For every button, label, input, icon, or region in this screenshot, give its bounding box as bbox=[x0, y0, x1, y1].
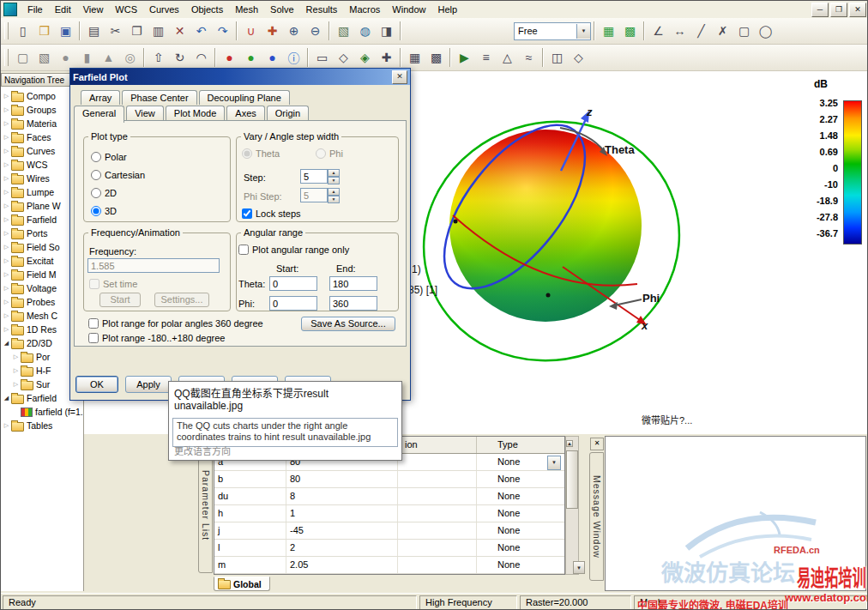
erase-tool-icon[interactable]: ✗ bbox=[712, 21, 733, 42]
menu-file[interactable]: File bbox=[21, 3, 49, 16]
tooltip-language-link[interactable]: 更改语言方向 bbox=[174, 444, 231, 457]
extrude-icon[interactable]: ⇧ bbox=[148, 47, 169, 69]
restore-button[interactable]: ❐ bbox=[830, 3, 847, 17]
ok-button[interactable]: OK bbox=[75, 376, 118, 393]
polar-360-checkbox[interactable]: Plot range for polar angles 360 degree bbox=[88, 318, 263, 329]
expand-arrow-icon[interactable]: ▷ bbox=[3, 312, 10, 319]
parameter-type[interactable]: None bbox=[477, 471, 563, 487]
cut-icon[interactable]: ✂ bbox=[105, 21, 126, 42]
cylinder-shape-icon[interactable]: ▮ bbox=[76, 47, 98, 69]
parameter-sweep-icon[interactable]: ≡ bbox=[475, 47, 497, 69]
new-file-icon[interactable]: ▯ bbox=[12, 21, 33, 42]
parameter-row[interactable]: b80None bbox=[214, 471, 564, 488]
parameter-row[interactable]: j-45None bbox=[214, 522, 564, 540]
expand-arrow-icon[interactable]: ▷ bbox=[3, 285, 10, 292]
step-down-icon[interactable]: ▼ bbox=[328, 177, 340, 184]
step-up-icon[interactable]: ▲ bbox=[328, 169, 340, 177]
expand-arrow-icon[interactable]: ▷ bbox=[3, 326, 10, 333]
sphere-shape-icon[interactable]: ● bbox=[55, 47, 76, 69]
parameter-type[interactable]: None bbox=[477, 488, 563, 504]
menu-help[interactable]: Help bbox=[431, 3, 463, 16]
lock-steps-checkbox[interactable]: Lock steps bbox=[242, 208, 301, 219]
render-globe-icon[interactable]: ◍ bbox=[354, 21, 376, 42]
expand-arrow-icon[interactable]: ▷ bbox=[3, 230, 10, 237]
scroll-up-icon[interactable]: ▲ bbox=[566, 440, 573, 447]
menu-edit[interactable]: Edit bbox=[49, 3, 77, 16]
circle-tool-icon[interactable]: ◯ bbox=[755, 21, 776, 42]
parameter-description[interactable] bbox=[398, 505, 477, 522]
apply-button[interactable]: Apply bbox=[125, 376, 172, 393]
parameter-expression[interactable]: 2.05 bbox=[286, 557, 398, 573]
field-monitor-icon[interactable]: ◈ bbox=[354, 47, 376, 69]
parameter-scrollbar[interactable]: ▲ ▼ bbox=[565, 436, 579, 575]
theta-end-input[interactable] bbox=[329, 276, 377, 291]
mesh-settings-icon[interactable]: ▩ bbox=[425, 47, 447, 69]
paste-icon[interactable]: ▥ bbox=[148, 21, 169, 42]
parameter-expression[interactable]: 1 bbox=[286, 505, 398, 522]
expand-arrow-icon[interactable]: ▷ bbox=[3, 134, 10, 141]
menu-macros[interactable]: Macros bbox=[343, 3, 386, 16]
table-green-icon[interactable]: ▩ bbox=[619, 21, 641, 42]
expand-arrow-icon[interactable]: ▷ bbox=[3, 161, 10, 168]
phi-end-input[interactable] bbox=[329, 296, 377, 311]
menu-objects[interactable]: Objects bbox=[185, 3, 229, 16]
dialog-close-icon[interactable]: ✕ bbox=[392, 70, 407, 84]
theta-start-input[interactable] bbox=[269, 276, 317, 291]
tab-decoupling-plane[interactable]: Decoupling Plane bbox=[199, 90, 290, 105]
template-doc-icon[interactable]: ◨ bbox=[376, 21, 397, 42]
material-green-icon[interactable]: ● bbox=[240, 47, 262, 69]
menu-solve[interactable]: Solve bbox=[264, 3, 300, 16]
expand-arrow-icon[interactable]: ▷ bbox=[3, 202, 10, 209]
menu-window[interactable]: Window bbox=[386, 3, 431, 16]
parameter-type[interactable]: None bbox=[477, 557, 563, 573]
minimize-button[interactable]: ─ bbox=[811, 3, 829, 17]
copy-icon[interactable]: ❐ bbox=[126, 21, 148, 42]
chevron-down-icon[interactable]: ▼ bbox=[576, 24, 590, 39]
select-cursor-icon[interactable]: ▢ bbox=[12, 47, 33, 69]
redo-icon[interactable]: ↷ bbox=[212, 21, 233, 42]
message-window-tab[interactable]: Message Window bbox=[589, 452, 604, 581]
discrete-port-icon[interactable]: ◇ bbox=[333, 47, 354, 69]
scroll-down-icon[interactable]: ▼ bbox=[573, 561, 585, 574]
expand-arrow-icon[interactable]: ▷ bbox=[3, 244, 10, 251]
optimizer-icon[interactable]: △ bbox=[497, 47, 518, 69]
menu-view[interactable]: View bbox=[77, 3, 110, 16]
polar-radio[interactable]: Polar bbox=[91, 152, 127, 162]
header-description[interactable]: ion bbox=[398, 437, 477, 453]
open-file-icon[interactable]: ❒ bbox=[33, 21, 55, 42]
tab-plot-mode[interactable]: Plot Mode bbox=[166, 106, 226, 120]
zoom-in-icon[interactable]: ⊕ bbox=[283, 21, 304, 42]
parameter-description[interactable] bbox=[398, 471, 477, 487]
expand-arrow-icon[interactable]: ▷ bbox=[3, 189, 10, 196]
isometric-view-icon[interactable]: ◇ bbox=[568, 47, 589, 69]
cone-shape-icon[interactable]: ▲ bbox=[98, 47, 119, 69]
new-table-green-icon[interactable]: ▦ bbox=[598, 21, 619, 42]
cartesian-radio[interactable]: Cartesian bbox=[91, 170, 145, 180]
expand-arrow-icon[interactable]: ▷ bbox=[3, 422, 10, 429]
expand-arrow-icon[interactable]: ▷ bbox=[12, 381, 20, 388]
delete-icon[interactable]: ✕ bbox=[169, 21, 190, 42]
parameter-expression[interactable]: 8 bbox=[286, 488, 398, 504]
expand-arrow-icon[interactable]: ▷ bbox=[3, 120, 10, 127]
cutting-plane-icon[interactable]: ◫ bbox=[546, 47, 568, 69]
tree-item[interactable]: farfield (f=1.585) [1] bbox=[1, 405, 83, 419]
magnet-pick-icon[interactable]: ∪ bbox=[240, 21, 262, 42]
free-dropdown[interactable]: Free▼ bbox=[514, 22, 591, 40]
select-region-icon[interactable]: ▧ bbox=[333, 21, 354, 42]
dialog-titlebar[interactable]: Farfield Plot ✕ bbox=[70, 69, 410, 85]
measure-length-icon[interactable]: ↔ bbox=[669, 21, 690, 42]
expand-arrow-icon[interactable]: ▷ bbox=[3, 148, 10, 154]
step-input[interactable] bbox=[300, 169, 328, 184]
toolbar-grip[interactable] bbox=[4, 49, 9, 66]
expand-arrow-icon[interactable]: ▷ bbox=[3, 93, 10, 100]
line-tool-icon[interactable]: ╱ bbox=[690, 21, 712, 42]
parameter-row[interactable]: du8None bbox=[214, 488, 564, 505]
parameter-description[interactable] bbox=[398, 488, 477, 504]
expand-arrow-icon[interactable]: ▷ bbox=[3, 106, 10, 113]
phi-start-input[interactable] bbox=[269, 296, 317, 311]
material-blue-icon[interactable]: ● bbox=[262, 47, 283, 69]
3d-radio[interactable]: 3D bbox=[91, 206, 117, 216]
tab-origin[interactable]: Origin bbox=[267, 106, 309, 120]
expand-arrow-icon[interactable]: ▷ bbox=[3, 271, 10, 278]
parameter-type[interactable]: None bbox=[477, 505, 563, 522]
